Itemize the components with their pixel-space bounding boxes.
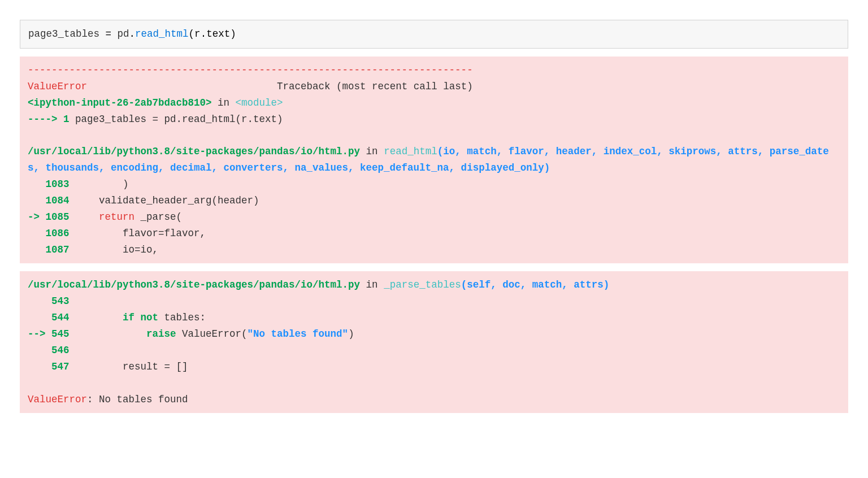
code-paren: (	[189, 28, 195, 40]
code-dot: .	[201, 28, 207, 40]
line-arrow-current: ----> 1	[28, 114, 70, 125]
source-line: tables:	[158, 312, 206, 323]
line-arrow-current: -->	[28, 328, 51, 340]
line-prefix	[28, 179, 46, 190]
code-arg: r	[194, 28, 201, 40]
traceback-output-2: /usr/local/lib/python3.8/site-packages/p…	[20, 271, 848, 413]
code-dot: .	[129, 28, 136, 40]
function-call: _parse	[134, 211, 176, 223]
source-line	[70, 345, 76, 356]
keyword-raise: raise	[70, 328, 176, 340]
line-number: 1084	[46, 195, 70, 206]
source-line	[70, 296, 76, 307]
keyword-if: if	[70, 312, 135, 323]
line-prefix	[28, 228, 46, 239]
code-module: pd	[118, 28, 129, 40]
line-prefix	[28, 244, 46, 255]
source-line: )	[70, 179, 129, 190]
string-literal: "No tables found"	[248, 328, 349, 340]
paren: (	[176, 211, 183, 223]
line-number: 1085	[46, 211, 70, 223]
source-marker: <ipython-input-26-2ab7bdacb810>	[28, 97, 212, 108]
module-name: <module>	[236, 97, 283, 108]
final-error-message: : No tables found	[87, 394, 188, 405]
keyword-return: return	[70, 211, 135, 223]
line-prefix	[28, 195, 46, 206]
code-variable: page3_tables	[28, 28, 99, 40]
code-paren: )	[230, 28, 236, 40]
error-separator: ----------------------------------------…	[28, 64, 473, 76]
in-word: in	[212, 97, 236, 108]
line-number: 1083	[46, 179, 70, 190]
file-path: /usr/local/lib/python3.8/site-packages/p…	[28, 146, 360, 157]
source-line: result = []	[70, 361, 188, 372]
function-signature: (self, doc, match, attrs)	[461, 279, 610, 290]
code-op: =	[99, 28, 118, 40]
spacer	[87, 81, 271, 92]
line-number: 546	[51, 345, 70, 356]
line-prefix	[28, 296, 51, 307]
line-number: 543	[51, 296, 70, 307]
source-line: flavor=flavor,	[70, 228, 206, 239]
source-line: validate_header_arg(header)	[70, 195, 259, 206]
line-number: 544	[51, 312, 70, 323]
traceback-output-1: ----------------------------------------…	[20, 57, 848, 264]
line-number: 1086	[46, 228, 70, 239]
file-path: /usr/local/lib/python3.8/site-packages/p…	[28, 279, 360, 290]
code-input-cell[interactable]: page3_tables = pd.read_html(r.text)	[20, 20, 848, 49]
exception-call: ValueError(	[176, 328, 248, 340]
code-function: read_html	[135, 28, 189, 40]
code-attr: text	[206, 28, 230, 40]
in-word: in	[360, 146, 384, 157]
line-prefix	[28, 361, 51, 372]
source-line: io=io,	[70, 244, 159, 255]
line-number: 547	[51, 361, 70, 372]
line-number: 1087	[46, 244, 70, 255]
line-number: 545	[51, 328, 70, 340]
function-name: _parse_tables	[384, 279, 461, 290]
line-arrow-current: ->	[28, 211, 46, 223]
keyword-not: not	[134, 312, 158, 323]
error-name: ValueError	[28, 81, 87, 92]
function-name: read_html	[384, 146, 437, 157]
source-line: page3_tables = pd.read_html(r.text)	[70, 114, 283, 125]
line-prefix	[28, 312, 51, 323]
final-error-name: ValueError	[28, 394, 87, 405]
in-word: in	[360, 279, 384, 290]
paren: )	[348, 328, 354, 340]
traceback-label: Traceback (most recent call last)	[271, 81, 473, 92]
line-prefix	[28, 345, 51, 356]
